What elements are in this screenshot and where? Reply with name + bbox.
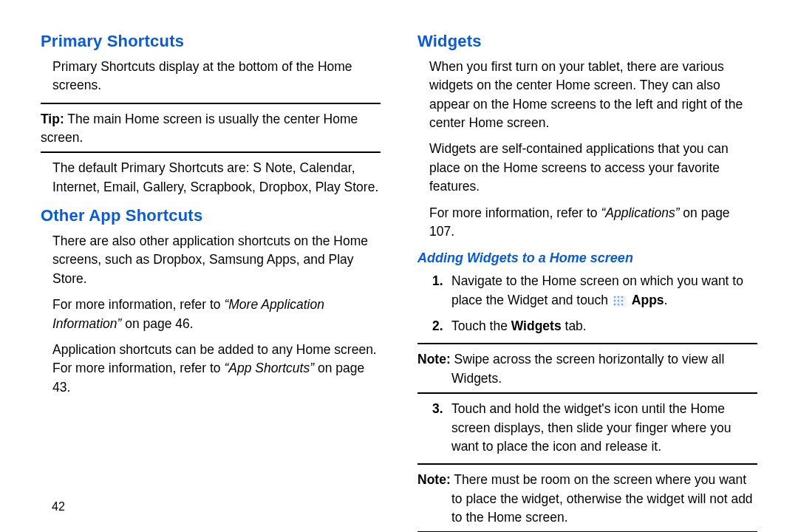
text: Touch the: [451, 318, 511, 333]
subheading-adding-widgets: Adding Widgets to a Home screen: [417, 248, 757, 267]
step-number: 3.: [432, 400, 443, 418]
text: For more information, refer to: [52, 297, 224, 312]
paragraph: Widgets are self-contained applications …: [429, 140, 757, 196]
paragraph: When you first turn on your tablet, ther…: [429, 58, 757, 133]
apps-label: Apps: [632, 293, 664, 307]
text: on page 46.: [121, 316, 193, 331]
right-column: Widgets When you first turn on your tabl…: [399, 30, 776, 525]
divider: [417, 463, 757, 465]
note-text: There must be room on the screen where y…: [451, 472, 753, 525]
page-number: 42: [52, 500, 65, 514]
paragraph: There are also other application shortcu…: [52, 232, 381, 288]
apps-grid-icon: [613, 296, 627, 307]
text: .: [664, 293, 668, 307]
paragraph: For more information, refer to “More App…: [52, 296, 381, 333]
paragraph: Application shortcuts can be added to an…: [52, 341, 381, 397]
steps-list: 1. Navigate to the Home screen on which …: [417, 272, 757, 335]
heading-widgets: Widgets: [417, 30, 757, 53]
cross-reference: “App Shortcuts”: [224, 361, 314, 375]
tip-label: Tip:: [41, 112, 64, 126]
left-column: Primary Shortcuts Primary Shortcuts disp…: [22, 30, 399, 525]
divider: [41, 151, 381, 153]
step-1: 1. Navigate to the Home screen on which …: [432, 272, 757, 310]
widgets-label: Widgets: [511, 318, 562, 333]
text: For more information, refer to: [429, 205, 601, 220]
step-number: 1.: [432, 272, 443, 290]
paragraph: Primary Shortcuts display at the bottom …: [52, 58, 381, 95]
text: Touch and hold the widget's icon until t…: [451, 401, 731, 454]
text: tab.: [562, 318, 587, 333]
text: Navigate to the Home screen on which you…: [451, 273, 743, 307]
paragraph: For more information, refer to “Applicat…: [429, 204, 757, 242]
steps-list-cont: 3. Touch and hold the widget's icon unti…: [417, 400, 757, 456]
note-block: Note: There must be room on the screen w…: [417, 471, 757, 527]
heading-other-app-shortcuts: Other App Shortcuts: [41, 204, 381, 228]
step-number: 2.: [432, 317, 443, 335]
note-label: Note:: [417, 472, 451, 487]
step-2: 2. Touch the Widgets tab.: [432, 317, 757, 335]
note-block: Note: Swipe across the screen horizontal…: [417, 350, 757, 388]
note-label: Note:: [417, 352, 451, 366]
divider: [41, 103, 381, 104]
note-text: Swipe across the screen horizontally to …: [451, 352, 725, 385]
divider: [417, 343, 757, 344]
tip-block: Tip: The main Home screen is usually the…: [41, 110, 381, 148]
paragraph: The default Primary Shortcuts are: S Not…: [52, 159, 381, 197]
divider: [417, 392, 757, 394]
cross-reference: “Applications”: [601, 205, 679, 220]
heading-primary-shortcuts: Primary Shortcuts: [41, 30, 381, 53]
manual-page: Primary Shortcuts Primary Shortcuts disp…: [0, 0, 798, 532]
tip-text: The main Home screen is usually the cent…: [41, 112, 358, 145]
step-3: 3. Touch and hold the widget's icon unti…: [432, 400, 757, 456]
